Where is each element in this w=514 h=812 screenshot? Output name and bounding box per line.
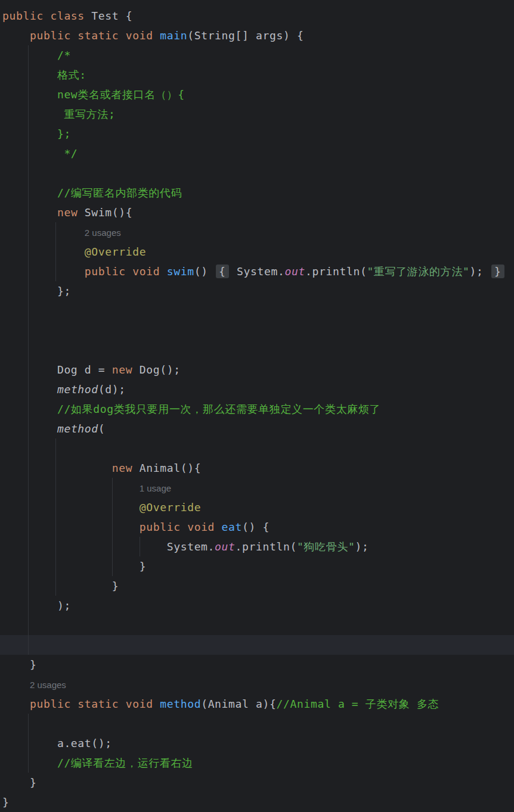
code-token-static-field: out: [215, 540, 235, 553]
code-line[interactable]: public void eat() {: [0, 517, 514, 537]
fold-marker[interactable]: {: [216, 265, 229, 278]
code-token-method-declaration-name: swim: [167, 265, 194, 278]
code-token-keyword: new: [112, 462, 140, 474]
code-line[interactable]: [0, 714, 514, 733]
code-token-plain-text: [2, 265, 85, 278]
code-line[interactable]: @Override: [0, 242, 514, 262]
code-token-plain-text: };: [2, 285, 71, 297]
code-line[interactable]: /*: [0, 45, 514, 65]
code-line[interactable]: };: [0, 281, 514, 301]
code-token-string-literal: "狗吃骨头": [297, 540, 355, 553]
code-token-comment: //编译看左边，运行看右边: [2, 757, 193, 769]
code-token-plain-text: }: [2, 796, 10, 808]
code-token-plain-text: [2, 206, 57, 219]
code-token-comment: 重写方法;: [2, 108, 115, 120]
code-line[interactable]: 重写方法;: [0, 104, 514, 124]
code-line[interactable]: }: [0, 655, 514, 674]
code-token-plain-text: [2, 501, 140, 514]
code-token-plain-text: System.: [230, 265, 285, 278]
code-line[interactable]: }: [0, 556, 514, 576]
code-line[interactable]: [0, 340, 514, 360]
code-token-method-declaration-name: main: [160, 29, 187, 42]
code-token-plain-text: .println(: [236, 540, 297, 553]
code-token-plain-text: [2, 422, 57, 435]
code-token-plain-text: (Animal a){: [201, 698, 276, 710]
code-token-method-declaration-name: method: [160, 698, 201, 710]
code-token-static-method-call: method: [57, 383, 98, 396]
code-line[interactable]: */: [0, 144, 514, 163]
code-line[interactable]: 1 usage: [0, 478, 514, 497]
code-token-string-literal: "重写了游泳的方法": [367, 265, 469, 278]
code-line[interactable]: @Override: [0, 497, 514, 517]
code-editor[interactable]: public class Test { public static void m…: [0, 0, 514, 812]
code-token-keyword: public static void: [30, 698, 160, 710]
code-token-plain-text: }: [2, 560, 146, 573]
code-line[interactable]: method(: [0, 419, 514, 438]
code-token-plain-text: (: [98, 422, 106, 435]
code-line[interactable]: };: [0, 124, 514, 144]
code-line[interactable]: [0, 301, 514, 321]
code-line[interactable]: public class Test {: [0, 6, 514, 26]
code-token-comment: //如果dog类我只要用一次，那么还需要单独定义一个类太麻烦了: [2, 403, 380, 415]
code-token-comment: //Animal a = 子类对象 多态: [277, 698, 439, 710]
usages-inlay-hint[interactable]: 2 usages: [85, 228, 121, 238]
code-token-plain-text: [2, 29, 30, 42]
code-line[interactable]: }: [0, 576, 514, 596]
code-token-plain-text: [2, 678, 30, 690]
editor-content: public class Test { public static void m…: [0, 6, 514, 812]
code-line[interactable]: //如果dog类我只要用一次，那么还需要单独定义一个类太麻烦了: [0, 399, 514, 419]
code-line[interactable]: 2 usages: [0, 674, 514, 694]
code-token-keyword: public void: [140, 521, 222, 533]
code-token-comment: //编写匿名内部类的代码: [2, 186, 182, 199]
code-token-plain-text: (d);: [98, 383, 126, 396]
code-token-comment: };: [2, 127, 71, 140]
code-line[interactable]: new Animal(){: [0, 458, 514, 478]
code-token-plain-text: a.eat();: [2, 737, 112, 749]
code-line[interactable]: new Swim(){: [0, 203, 514, 222]
code-token-plain-text: }: [2, 580, 119, 592]
code-token-plain-text: System.: [2, 540, 215, 553]
code-token-plain-text: Animal(){: [140, 462, 201, 474]
code-token-static-field: out: [285, 265, 305, 278]
code-line[interactable]: [0, 615, 514, 635]
code-token-keyword: public static void: [30, 29, 160, 42]
code-line[interactable]: );: [0, 596, 514, 615]
code-token-plain-text: );: [355, 540, 369, 553]
code-token-annotation: @Override: [85, 245, 146, 258]
code-token-plain-text: }: [2, 776, 36, 789]
code-line[interactable]: public void swim() { System.out.println(…: [0, 262, 514, 281]
fold-marker[interactable]: }: [491, 265, 504, 278]
code-token-plain-text: );: [2, 599, 71, 612]
usages-inlay-hint[interactable]: 1 usage: [140, 483, 171, 493]
code-line[interactable]: //编译看左边，运行看右边: [0, 753, 514, 773]
code-line[interactable]: }: [0, 773, 514, 792]
code-line[interactable]: //编写匿名内部类的代码: [0, 183, 514, 203]
code-line[interactable]: method(d);: [0, 379, 514, 399]
code-token-method-declaration-name: eat: [222, 521, 242, 533]
code-token-plain-text: Dog d =: [2, 363, 112, 376]
code-token-plain-text: [2, 521, 140, 533]
code-token-plain-text: Dog();: [140, 363, 181, 376]
code-line[interactable]: a.eat();: [0, 733, 514, 753]
code-line[interactable]: Dog d = new Dog();: [0, 360, 514, 379]
code-token-comment: 格式:: [2, 69, 86, 81]
code-token-plain-text: [2, 481, 140, 494]
code-token-plain-text: [2, 383, 57, 396]
code-line[interactable]: public static void main(String[] args) {: [0, 26, 514, 45]
code-line[interactable]: [0, 438, 514, 458]
code-line[interactable]: 2 usages: [0, 222, 514, 242]
code-line[interactable]: [0, 163, 514, 183]
code-line[interactable]: new类名或者接口名（）{: [0, 85, 514, 104]
code-line[interactable]: [0, 635, 514, 655]
code-line[interactable]: }: [0, 792, 514, 812]
code-line[interactable]: [0, 321, 514, 340]
code-line[interactable]: public static void method(Animal a){//An…: [0, 694, 514, 714]
code-token-plain-text: [2, 245, 85, 258]
code-token-keyword: public void: [85, 265, 167, 278]
code-token-plain-text: Swim(){: [85, 206, 132, 219]
code-line[interactable]: 格式:: [0, 65, 514, 85]
code-token-plain-text: [2, 462, 112, 474]
usages-inlay-hint[interactable]: 2 usages: [30, 680, 66, 690]
code-token-keyword: new: [112, 363, 140, 376]
code-line[interactable]: System.out.println("狗吃骨头");: [0, 537, 514, 556]
